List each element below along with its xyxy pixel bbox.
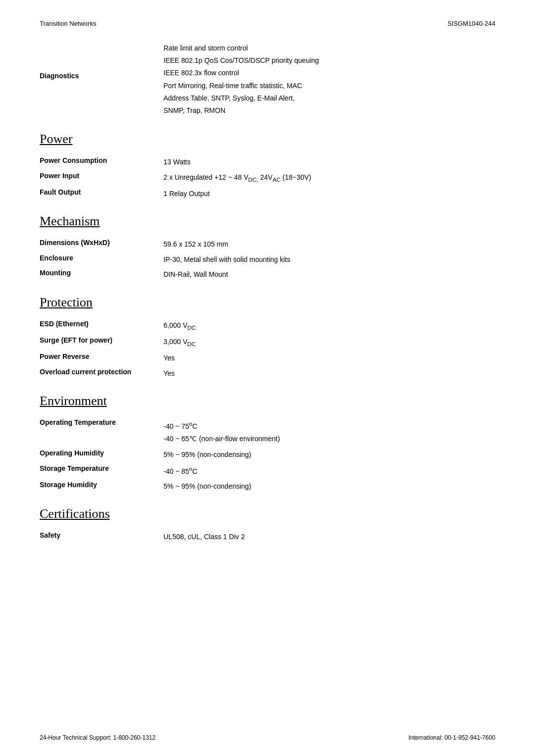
page-header: Transition Networks SISGM1040-244	[40, 20, 495, 27]
certifications-section: Certifications Safety UL508, cUL, Class …	[40, 506, 495, 542]
certifications-section-title: Certifications	[40, 506, 495, 521]
dimensions-row: Dimensions (WxHxD) 59.6 x 152 x 105 mm	[40, 239, 495, 250]
surge-value: 3,000 VDC	[163, 336, 196, 349]
enclosure-value: IP-30, Metal shell with solid mounting k…	[163, 254, 290, 265]
safety-label: Safety	[40, 531, 163, 539]
esd-label: ESD (Ethernet)	[40, 320, 163, 328]
power-consumption-label: Power Consumption	[40, 156, 163, 164]
diagnostics-line-2: IEEE 802.1p QoS Cos/TOS/DSCP priority qu…	[163, 54, 319, 67]
mounting-label: Mounting	[40, 269, 163, 277]
diagnostics-values: Rate limit and storm control IEEE 802.1p…	[163, 42, 319, 117]
diagnostics-line-1: Rate limit and storm control	[163, 42, 319, 54]
diagnostics-line-6: SNMP, Trap, RMON	[163, 104, 319, 117]
protection-section: Protection ESD (Ethernet) 6,000 VDC Surg…	[40, 295, 495, 379]
surge-row: Surge (EFT for power) 3,000 VDC	[40, 336, 495, 349]
storage-temp-row: Storage Temperature -40 ~ 85oC	[40, 464, 495, 477]
surge-label: Surge (EFT for power)	[40, 336, 163, 344]
diagnostics-section: Diagnostics Rate limit and storm control…	[40, 42, 495, 117]
operating-humidity-row: Operating Humidity 5% ~ 95% (non-condens…	[40, 449, 495, 460]
enclosure-label: Enclosure	[40, 254, 163, 262]
power-input-label: Power Input	[40, 172, 163, 180]
international-info: International: 00-1-952-941-7600	[409, 734, 495, 741]
mounting-row: Mounting DIN-Rail, Wall Mount	[40, 269, 495, 280]
power-section-title: Power	[40, 132, 495, 147]
power-input-row: Power Input 2 x Unregulated +12 ~ 48 VDC…	[40, 172, 495, 184]
diagnostics-line-4: Port Mirroring, Real-time traffic statis…	[163, 80, 319, 92]
storage-humidity-label: Storage Humidity	[40, 481, 163, 489]
protection-section-title: Protection	[40, 295, 495, 310]
safety-row: Safety UL508, cUL, Class 1 Div 2	[40, 531, 495, 542]
dimensions-value: 59.6 x 152 x 105 mm	[163, 239, 228, 250]
mechanism-section-title: Mechanism	[40, 214, 495, 229]
mechanism-section: Mechanism Dimensions (WxHxD) 59.6 x 152 …	[40, 214, 495, 280]
operating-temp-label: Operating Temperature	[40, 418, 163, 426]
esd-value: 6,000 VDC	[163, 320, 196, 332]
operating-temp-row: Operating Temperature -40 ~ 75oC -40 ~ 6…	[40, 418, 495, 445]
environment-section-title: Environment	[40, 394, 495, 408]
overload-value: Yes	[163, 368, 175, 379]
power-section: Power Power Consumption 13 Watts Power I…	[40, 132, 495, 199]
support-info: 24-Hour Technical Support: 1-800-260-131…	[40, 734, 156, 741]
esd-row: ESD (Ethernet) 6,000 VDC	[40, 320, 495, 332]
operating-temp-value: -40 ~ 75oC -40 ~ 65℃ (non-air-flow envir…	[163, 418, 280, 445]
enclosure-row: Enclosure IP-30, Metal shell with solid …	[40, 254, 495, 265]
operating-humidity-label: Operating Humidity	[40, 449, 163, 457]
fault-output-value: 1 Relay Output	[163, 188, 210, 199]
power-reverse-value: Yes	[163, 353, 175, 363]
power-input-value: 2 x Unregulated +12 ~ 48 VDC, 24VAC (18~…	[163, 172, 311, 184]
power-consumption-value: 13 Watts	[163, 156, 191, 167]
diagnostics-label: Diagnostics	[40, 42, 163, 117]
diagnostics-line-5: Address Table, SNTP, Syslog, E-Mail Aler…	[163, 92, 319, 104]
power-reverse-row: Power Reverse Yes	[40, 353, 495, 363]
overload-row: Overload current protection Yes	[40, 368, 495, 379]
operating-humidity-value: 5% ~ 95% (non-condensing)	[163, 449, 251, 460]
storage-humidity-row: Storage Humidity 5% ~ 95% (non-condensin…	[40, 481, 495, 492]
storage-temp-label: Storage Temperature	[40, 464, 163, 472]
diagnostics-line-3: IEEE 802.3x flow control	[163, 67, 319, 79]
company-name: Transition Networks	[40, 20, 96, 27]
safety-value: UL508, cUL, Class 1 Div 2	[163, 531, 245, 542]
overload-label: Overload current protection	[40, 368, 163, 376]
mounting-value: DIN-Rail, Wall Mount	[163, 269, 228, 280]
storage-temp-value: -40 ~ 85oC	[163, 464, 197, 477]
page-footer: 24-Hour Technical Support: 1-800-260-131…	[0, 734, 535, 741]
fault-output-row: Fault Output 1 Relay Output	[40, 188, 495, 199]
dimensions-label: Dimensions (WxHxD)	[40, 239, 163, 247]
power-reverse-label: Power Reverse	[40, 353, 163, 360]
power-consumption-row: Power Consumption 13 Watts	[40, 156, 495, 167]
environment-section: Environment Operating Temperature -40 ~ …	[40, 394, 495, 492]
storage-humidity-value: 5% ~ 95% (non-condensing)	[163, 481, 251, 492]
model-number: SISGM1040-244	[447, 20, 495, 27]
fault-output-label: Fault Output	[40, 188, 163, 196]
